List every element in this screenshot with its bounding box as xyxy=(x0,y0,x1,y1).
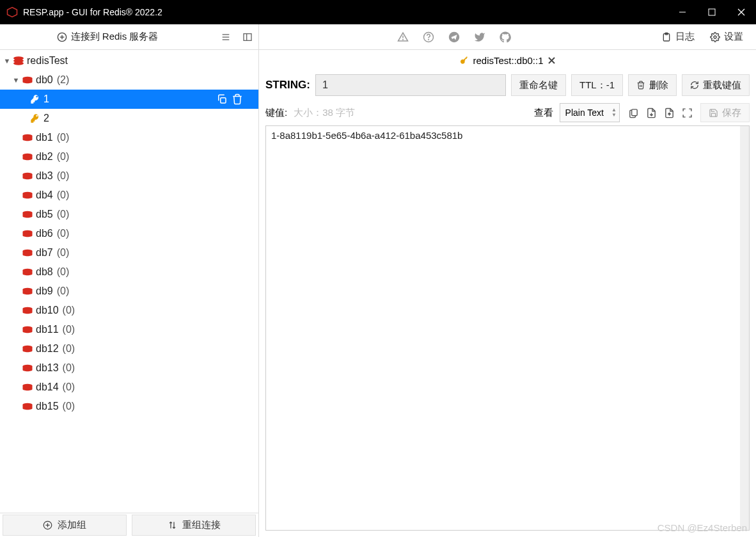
tab-bar: redisTest::db0::1 xyxy=(259,50,756,70)
connect-server-button[interactable]: 连接到 Redis 服务器 xyxy=(0,31,215,43)
tree-database[interactable]: db15(0) xyxy=(0,397,258,416)
caret-icon: ▼ xyxy=(12,76,20,84)
scrollbar[interactable] xyxy=(740,126,749,530)
value-size-label: 大小：38 字节 xyxy=(294,107,355,119)
toggle-sidebar-button[interactable] xyxy=(237,32,258,42)
clipboard-icon xyxy=(661,32,672,42)
main-toolbar: 连接到 Redis 服务器 日志 设置 xyxy=(0,24,756,50)
tree-database[interactable]: db12(0) xyxy=(0,339,258,358)
watermark: CSDN @Ez4Sterben xyxy=(658,522,747,533)
delete-key-button[interactable] xyxy=(232,93,243,105)
save-icon xyxy=(709,108,718,118)
window-close-button[interactable] xyxy=(727,0,756,24)
database-icon xyxy=(20,383,35,392)
twitter-icon[interactable] xyxy=(474,31,485,43)
svg-rect-2 xyxy=(709,9,715,15)
caret-down-icon: ▼ xyxy=(3,57,12,65)
database-icon xyxy=(20,306,35,315)
view-mode-select[interactable]: Plain Text ▲▼ xyxy=(560,103,620,122)
key-icon xyxy=(459,56,469,65)
database-icon xyxy=(20,325,35,334)
database-icon xyxy=(20,152,35,161)
tree-database[interactable]: db10(0) xyxy=(0,301,258,320)
log-button[interactable]: 日志 xyxy=(661,31,695,43)
tab-title[interactable]: redisTest::db0::1 xyxy=(473,55,543,66)
help-icon[interactable] xyxy=(423,31,434,43)
database-icon xyxy=(20,364,35,373)
redis-icon xyxy=(12,56,26,66)
reload-value-button[interactable]: 重载键值 xyxy=(682,74,750,96)
alert-icon[interactable] xyxy=(397,31,409,43)
tree-key[interactable]: 2 xyxy=(0,109,258,128)
github-icon[interactable] xyxy=(500,31,511,43)
database-icon xyxy=(20,229,35,238)
tree-database[interactable]: db9(0) xyxy=(0,282,258,301)
tab-close-button[interactable] xyxy=(547,56,556,65)
fullscreen-icon[interactable] xyxy=(680,106,694,120)
tree-database[interactable]: ▼db0(2) xyxy=(0,70,258,90)
svg-point-17 xyxy=(428,39,429,40)
swap-vertical-icon xyxy=(168,520,177,530)
plus-circle-icon xyxy=(57,32,67,42)
tree-database[interactable]: db8(0) xyxy=(0,262,258,282)
settings-label: 设置 xyxy=(724,31,743,43)
tree-database[interactable]: db3(0) xyxy=(0,166,258,186)
svg-point-15 xyxy=(402,39,403,40)
key-icon xyxy=(28,113,42,124)
database-icon xyxy=(20,268,35,277)
key-type-label: STRING: xyxy=(265,79,310,92)
settings-button[interactable]: 设置 xyxy=(710,31,743,43)
key-toolbar: STRING: 重命名键 TTL：-1 删除 重载键值 xyxy=(259,70,756,100)
tree-database[interactable]: db5(0) xyxy=(0,205,258,224)
import-icon[interactable] xyxy=(644,106,658,120)
copy-key-button[interactable] xyxy=(216,93,228,105)
app-logo-icon xyxy=(6,6,18,18)
database-icon xyxy=(20,344,35,353)
svg-point-21 xyxy=(714,36,716,38)
tree-database[interactable]: db13(0) xyxy=(0,358,258,378)
window-minimize-button[interactable] xyxy=(668,0,697,24)
ttl-button[interactable]: TTL：-1 xyxy=(571,74,623,96)
database-icon xyxy=(20,191,35,200)
connection-tree[interactable]: ▼redisTest▼db0(2)12db1(0)db2(0)db3(0)db4… xyxy=(0,50,258,513)
value-toolbar: 键值: 大小：38 字节 查看 Plain Text ▲▼ 保存 xyxy=(259,100,756,125)
add-group-button[interactable]: 添加组 xyxy=(3,515,127,536)
key-icon xyxy=(28,94,42,104)
collapse-all-button[interactable] xyxy=(215,32,237,42)
reorder-connections-button[interactable]: 重组连接 xyxy=(132,515,256,536)
tree-key[interactable]: 1 xyxy=(0,90,258,109)
tree-database[interactable]: db2(0) xyxy=(0,147,258,166)
copy-icon[interactable] xyxy=(626,106,640,120)
svg-rect-48 xyxy=(631,109,637,115)
key-name-input[interactable] xyxy=(315,74,506,96)
plus-circle-icon xyxy=(43,520,52,530)
tree-database[interactable]: db4(0) xyxy=(0,186,258,205)
tree-database[interactable]: db6(0) xyxy=(0,224,258,243)
value-label: 键值: xyxy=(265,107,287,119)
export-icon[interactable] xyxy=(662,106,676,120)
value-textarea[interactable]: 1-8a8119b1-5e65-4b6a-a412-61ba453c581b xyxy=(265,125,750,531)
content-area: redisTest::db0::1 STRING: 重命名键 TTL：-1 删除… xyxy=(259,50,756,537)
database-icon xyxy=(20,133,35,142)
view-label: 查看 xyxy=(534,107,553,119)
svg-marker-0 xyxy=(8,8,17,17)
connect-label: 连接到 Redis 服务器 xyxy=(71,31,159,43)
tree-database[interactable]: db1(0) xyxy=(0,128,258,147)
save-button[interactable]: 保存 xyxy=(700,103,750,122)
svg-point-24 xyxy=(13,61,24,65)
svg-rect-26 xyxy=(221,98,226,103)
telegram-icon[interactable] xyxy=(448,31,460,43)
refresh-icon xyxy=(690,81,699,90)
tree-database[interactable]: db14(0) xyxy=(0,378,258,397)
window-maximize-button[interactable] xyxy=(697,0,727,24)
log-label: 日志 xyxy=(675,31,695,43)
delete-key-button[interactable]: 删除 xyxy=(628,74,677,96)
window-title: RESP.app - GUI for Redis® 2022.2 xyxy=(23,7,162,17)
titlebar: RESP.app - GUI for Redis® 2022.2 xyxy=(0,0,756,24)
tree-database[interactable]: db11(0) xyxy=(0,320,258,339)
tree-database[interactable]: db7(0) xyxy=(0,243,258,262)
database-icon xyxy=(20,402,35,411)
database-icon xyxy=(20,248,35,257)
rename-key-button[interactable]: 重命名键 xyxy=(511,74,566,96)
tree-server[interactable]: ▼redisTest xyxy=(0,51,258,70)
